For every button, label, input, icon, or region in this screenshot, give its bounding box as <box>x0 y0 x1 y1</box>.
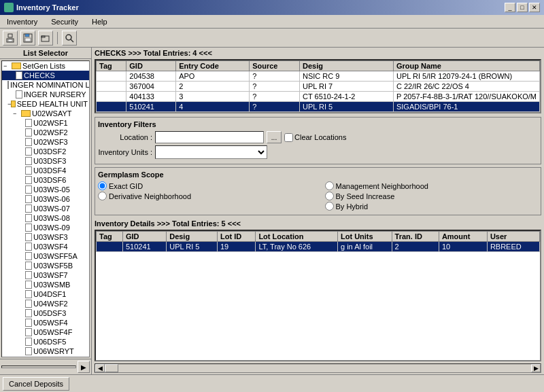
list-item[interactable]: U02WSF2 <box>2 128 89 137</box>
list-item[interactable]: U03DSF3 <box>2 156 89 166</box>
scope-option-exact-gid[interactable]: Exact GID <box>98 181 311 190</box>
menu-security[interactable]: Security <box>47 17 82 26</box>
cancel-deposits-button[interactable]: Cancel Deposits <box>3 377 69 391</box>
list-item[interactable]: U03WSF3 <box>2 232 89 242</box>
svg-rect-2 <box>8 39 12 41</box>
window-controls: _ □ ✕ <box>505 3 540 12</box>
nav-right-button[interactable]: ▶ <box>78 361 90 373</box>
checks-header: CHECKS >>> Total Entries: 4 <<< <box>92 48 544 58</box>
list-item[interactable]: U06DSF5 <box>2 337 89 346</box>
save-button[interactable] <box>20 31 35 46</box>
doc-icon <box>25 214 32 222</box>
list-item[interactable]: U03WS-09 <box>2 223 89 232</box>
svg-point-8 <box>66 35 71 40</box>
menu-help[interactable]: Help <box>88 17 112 26</box>
scope-option-hybrid[interactable]: By Hybrid <box>325 202 539 211</box>
list-item[interactable]: U04WSF2 <box>2 299 89 308</box>
col-group-name: Group Name <box>393 61 539 71</box>
table-row[interactable]: 204538 APO ? NSIC RC 9 UPL RI 5/IR 12079… <box>97 71 540 82</box>
list-item[interactable]: U03WS-05 <box>2 185 89 194</box>
search-button[interactable] <box>62 31 77 46</box>
scope-radio-derivative[interactable] <box>98 192 107 200</box>
doc-icon <box>7 81 9 89</box>
cell-entry-code: 2 <box>176 82 250 92</box>
doc-icon <box>25 281 32 289</box>
scope-radio-management[interactable] <box>325 181 334 190</box>
col-gid: GID <box>122 232 166 242</box>
tree-item-checks[interactable]: CHECKS <box>2 71 89 80</box>
scroll-right-button[interactable]: ▶ <box>531 364 541 372</box>
list-item[interactable]: U03WSF4 <box>2 242 89 251</box>
tree-item-seed-health[interactable]: − SEED HEALTH UNIT <box>2 99 89 109</box>
list-item[interactable]: U05WSF4F <box>2 327 89 337</box>
scroll-left-button[interactable]: ◀ <box>95 364 105 372</box>
list-item[interactable]: U02WSF3 <box>2 137 89 147</box>
location-input[interactable] <box>155 131 264 143</box>
print-button[interactable] <box>3 31 18 46</box>
cell-lot-id: 19 <box>217 242 255 252</box>
list-item[interactable]: U03WSF7 <box>2 270 89 280</box>
toolbar-separator <box>57 32 58 44</box>
clear-locations-checkbox[interactable] <box>284 133 293 142</box>
doc-icon <box>25 176 32 184</box>
cell-source: ? <box>250 82 300 92</box>
minimize-button[interactable]: _ <box>505 3 515 12</box>
close-button[interactable]: ✕ <box>529 3 540 12</box>
tree-item-label: CHECKS <box>24 71 55 79</box>
list-item[interactable]: U03DSF2 <box>2 147 89 156</box>
tree-area[interactable]: − SetGen Lists CHECKS INGER NOMINATION L… <box>1 60 90 357</box>
scope-option-management[interactable]: Management Neighborhood <box>325 181 539 190</box>
inventory-units-select[interactable] <box>155 145 267 159</box>
col-lot-id: Lot ID <box>217 232 255 242</box>
clear-locations-label[interactable]: Clear Locations <box>284 133 346 142</box>
cell-group-name: SIGADIS/BPI 76-1 <box>393 102 539 112</box>
table-row[interactable]: 404133 3 ? CT 6510-24-1-2 P 2057-F4-8B-3… <box>97 92 540 102</box>
doc-icon <box>25 243 32 251</box>
doc-icon <box>25 147 32 156</box>
scope-option-derivative[interactable]: Derivative Neighborhood <box>98 192 311 200</box>
list-item[interactable]: U03WSF5B <box>2 261 89 270</box>
open-button[interactable] <box>38 31 53 46</box>
list-item[interactable]: U03WS-07 <box>2 204 89 213</box>
col-user: User <box>487 232 539 242</box>
list-item[interactable]: U05WSF4 <box>2 318 89 327</box>
list-item[interactable]: U03DSF4 <box>2 166 89 175</box>
tree-root[interactable]: − SetGen Lists <box>2 61 89 71</box>
list-item[interactable]: U03DSF6 <box>2 175 89 185</box>
doc-icon <box>25 290 32 298</box>
tree-item-inger-nom[interactable]: INGER NOMINATION LI <box>2 80 89 90</box>
tree-item-label: INGER NOMINATION LI <box>10 81 90 89</box>
list-item[interactable]: U03WSMB <box>2 280 89 289</box>
germplasm-scope: Germplasm Scope Exact GID Derivative Nei… <box>95 167 541 215</box>
maximize-button[interactable]: □ <box>517 3 528 12</box>
scope-radio-hybrid[interactable] <box>325 202 334 211</box>
app-icon <box>4 3 14 12</box>
tree-item-inger-nursery[interactable]: INGER NURSERY <box>2 90 89 99</box>
list-item[interactable]: U04DSF1 <box>2 289 89 299</box>
list-item[interactable]: U06WSRYT <box>2 346 89 356</box>
scroll-thumb[interactable] <box>105 364 118 372</box>
menu-inventory[interactable]: Inventory <box>3 17 41 26</box>
horizontal-scrollbar[interactable]: ◀ ▶ <box>95 363 541 373</box>
cell-gid: 510241 <box>126 102 176 112</box>
cell-entry-code: 3 <box>176 92 250 102</box>
col-desig: Desig <box>300 61 394 71</box>
cell-tag <box>97 242 123 252</box>
list-item[interactable]: U03WSFF5A <box>2 251 89 261</box>
doc-icon <box>16 90 22 99</box>
table-row[interactable]: 510241 4 ? UPL RI 5 SIGADIS/BPI 76-1 <box>97 102 540 112</box>
tree-item-u02wsayt[interactable]: − U02WSAYT <box>2 109 89 118</box>
list-item[interactable]: U03WS-06 <box>2 194 89 204</box>
col-desig: Desig <box>167 232 218 242</box>
scope-option-seed-increase[interactable]: By Seed Increase <box>325 192 539 200</box>
doc-icon <box>25 224 32 232</box>
browse-button[interactable]: ... <box>267 131 282 143</box>
table-row[interactable]: 367004 2 ? UPL RI 7 C 22/IR 26/C 22/OS 4 <box>97 82 540 92</box>
doc-icon <box>16 71 22 79</box>
scope-radio-exact-gid[interactable] <box>98 181 107 190</box>
list-item[interactable]: U02WSF1 <box>2 118 89 128</box>
scope-radio-seed-increase[interactable] <box>325 192 334 200</box>
list-item[interactable]: U05DSF3 <box>2 308 89 318</box>
list-item[interactable]: U03WS-08 <box>2 213 89 223</box>
table-row[interactable]: 510241 UPL RI 5 19 LT, Tray No 626 g in … <box>97 242 540 252</box>
